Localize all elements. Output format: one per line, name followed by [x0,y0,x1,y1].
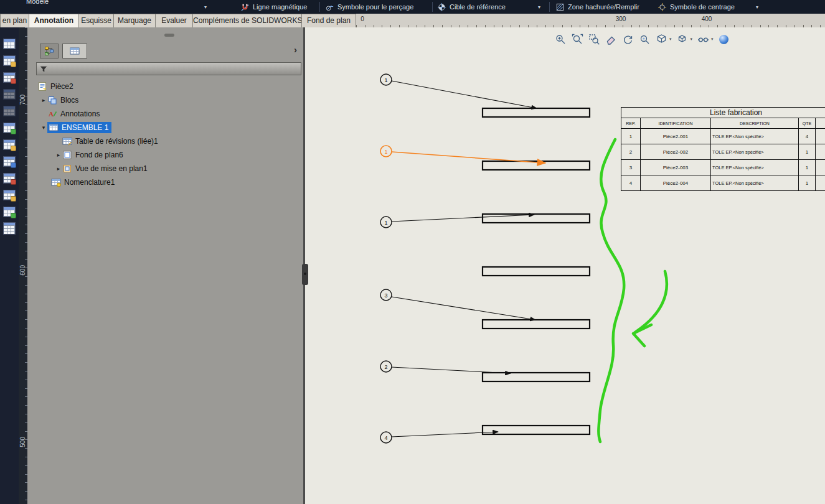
part-rect-5[interactable] [483,320,590,329]
tab-annotation[interactable]: Annotation [29,14,79,27]
table-icon-1[interactable] [2,36,17,51]
table-icon-4[interactable] [2,86,17,101]
tree-filter-bar [36,62,301,75]
magnified-selection-icon[interactable] [638,33,651,45]
chevron-down-icon[interactable]: ▾ [691,37,693,42]
center-mark-button[interactable]: Symbole de centrage [658,0,735,14]
appearance-sphere-icon [719,35,728,44]
table-icon-6[interactable] [2,120,17,135]
table-row[interactable]: 3 Pièce2-003 TOLE EP.<Non spécifié> 1 0. [621,159,825,175]
table-icon-8[interactable] [2,154,17,169]
tab-evaluer[interactable]: Evaluer [155,14,193,27]
chevron-down-icon[interactable]: ▾ [538,4,540,10]
balloon-6[interactable]: 4 [380,432,498,443]
table-icon-12[interactable] [2,221,17,236]
table-icon-2[interactable] [2,53,17,68]
balloon-number: 1 [384,149,387,155]
expand-arrow-icon[interactable]: ▸ [55,152,62,158]
filter-input[interactable] [50,63,298,75]
cell: 4 [798,128,815,144]
expand-arrow-icon[interactable]: ▸ [55,166,62,172]
ruler-number: 500 [19,437,26,447]
tab-fond-de-plan[interactable]: Fond de plan [301,14,356,27]
panel-collapse-chevron-icon[interactable]: › [294,46,297,54]
graphics-area[interactable]: ▾ ▾ ▾ 1 [305,27,825,504]
chevron-down-icon[interactable]: ▾ [711,37,714,42]
ink-arrow-head[interactable] [633,325,651,346]
view-orientation-icon[interactable] [655,33,667,45]
tab-marquage[interactable]: Marquage [113,14,156,27]
tree-item-label: Pièce2 [50,82,73,91]
tab-complements-solidworks[interactable]: Compléments de SOLIDWORKS [192,14,302,27]
table-row[interactable]: 2 Pièce2-002 TOLE EP.<Non spécifié> 1 0. [621,144,825,159]
drawing-document-icon [37,82,48,91]
balloon-5[interactable]: 2 [380,361,511,373]
part-rectangles[interactable] [483,108,590,434]
chevron-down-icon[interactable]: ▾ [669,37,672,42]
selected-highlight[interactable]: ENSEMBLE 1 [47,122,111,133]
datum-target-icon [437,2,446,12]
table-icon-7[interactable] [2,137,17,152]
part-rect-6[interactable] [483,373,590,381]
table-icon-5[interactable] [2,103,17,118]
part-rect-3[interactable] [483,214,590,223]
commandmanager-tabbar: en plan Annotation Esquisse Marquage Eva… [0,14,825,27]
table-icon-3[interactable] [2,70,17,85]
chevron-down-icon[interactable]: ▾ [756,4,758,10]
panel-grip[interactable] [164,34,174,37]
part-rect-1[interactable] [483,108,590,117]
balloon-number: 3 [384,292,387,299]
zoom-window-icon[interactable] [554,33,567,45]
tree-item-fond-de-plan6[interactable]: ▸ Fond de plan6 [27,148,301,162]
balloon-1[interactable]: 1 [380,74,537,108]
cell: 4 [621,175,640,190]
expand-arrow-icon[interactable]: ▾ [40,124,47,131]
panel-splitter-handle[interactable] [302,264,308,285]
part-rect-7[interactable] [483,426,590,434]
featuremanager-tree-tab[interactable] [40,44,59,58]
tree-item-nomenclature1[interactable]: Nomenclature1 [27,175,301,189]
filter-funnel-icon[interactable] [39,65,48,73]
accent-badge [11,179,16,185]
zoom-to-fit-icon[interactable] [571,33,583,45]
separator [319,2,320,12]
magnetic-line-button[interactable]: Ligne magnétique [240,0,307,14]
tab-esquisse[interactable]: Esquisse [78,14,114,27]
zoom-area-icon[interactable] [588,33,600,45]
area-hatch-button[interactable]: Zone hachurée/Remplir [555,0,639,14]
hide-show-items-icon[interactable] [697,33,709,45]
tab-mise-en-plan[interactable]: en plan [0,14,29,27]
table-row[interactable]: 4 Pièce2-004 TOLE EP.<Non spécifié> 1 0. [621,175,825,190]
svg-text:A: A [49,110,54,118]
part-rect-4[interactable] [483,267,590,276]
balloon-4[interactable]: 3 [380,289,535,320]
table-icon-9[interactable] [2,170,17,185]
tree-item-vue-mise-en-plan1[interactable]: ▸ Vue de mise en plan1 [27,162,301,175]
tree-item-piece2[interactable]: Pièce2 [27,80,301,93]
table-icon-10[interactable] [2,187,17,202]
hole-callout-button[interactable]: Symbole pour le perçage [325,0,413,14]
commandmanager-group-label: Modèle [26,0,49,5]
tree-item-table-revisions[interactable]: Table de révisions (liée)1 [27,134,301,148]
expand-arrow-icon[interactable]: ▸ [40,97,47,103]
drawing-sheet[interactable]: 1 1 1 3 2 [305,27,825,504]
accent-badge [11,146,16,151]
balloon-3[interactable]: 1 [380,215,534,228]
chevron-down-icon[interactable]: ▾ [204,4,207,10]
erase-view-icon[interactable] [605,33,617,45]
tree-item-annotations[interactable]: A Annotations [27,107,301,121]
feature-tree: Pièce2 ▸ Blocs A Annotations ▾ ENSEMBLE … [27,80,301,189]
table-view-tab[interactable] [62,44,87,58]
appearances-icon[interactable] [718,33,730,45]
table-row[interactable]: 1 Pièce2-001 TOLE EP.<Non spécifié> 4 0. [621,128,825,144]
table-icon-11[interactable] [2,204,17,219]
display-style-icon[interactable] [676,33,689,45]
tree-item-ensemble-1[interactable]: ▾ ENSEMBLE 1 [27,121,301,134]
ink-arrow-curve[interactable] [635,271,667,332]
fabrication-table[interactable]: Liste fabrication REP. IDENTIFICATION DE… [621,107,825,191]
balloon-2-selected[interactable]: 1 [380,146,545,163]
rotate-view-icon[interactable] [621,33,634,45]
accent-badge [11,78,16,84]
datum-target-button[interactable]: Cible de référence [437,0,506,14]
tree-item-blocs[interactable]: ▸ Blocs [27,93,301,107]
